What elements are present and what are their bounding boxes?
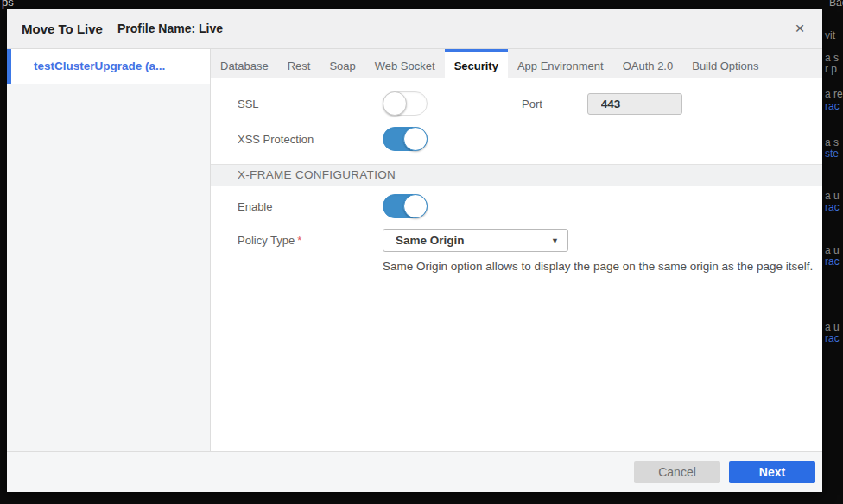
settings-tabbar: DatabaseRestSoapWeb SocketSecurityApp En…	[211, 49, 822, 78]
app-list-sidebar: testClusterUpgrade (a...	[7, 49, 211, 451]
policy-type-label: Policy Type*	[238, 234, 383, 247]
backdrop-text-fragment: a s	[825, 136, 839, 148]
next-button[interactable]: Next	[729, 461, 815, 483]
backdrop-text-fragment: a s	[825, 52, 839, 64]
backdrop-text-fragment: r p	[825, 63, 837, 75]
backdrop-text-fragment: a re	[825, 88, 843, 100]
chevron-down-icon: ▼	[551, 236, 559, 245]
backdrop-text-fragment: a u	[825, 190, 840, 202]
dialog-body: testClusterUpgrade (a... DatabaseRestSoa…	[7, 49, 822, 451]
port-input[interactable]	[587, 93, 682, 115]
backdrop-text-fragment: rac	[825, 201, 840, 213]
xss-protection-toggle[interactable]	[383, 127, 428, 151]
tab-app-environment[interactable]: App Environment	[508, 49, 613, 78]
ssl-label: SSL	[238, 98, 383, 110]
profile-name-label: Profile Name: Live	[117, 22, 223, 35]
xss-protection-label: XSS Protection	[238, 133, 383, 146]
backdrop-text-fragment: rac	[825, 332, 840, 344]
policy-type-selected-value: Same Origin	[396, 234, 551, 247]
tab-rest[interactable]: Rest	[278, 49, 320, 78]
move-to-live-dialog: Move To Live Profile Name: Live × testCl…	[7, 9, 822, 492]
ssl-toggle[interactable]	[383, 91, 428, 116]
policy-type-label-text: Policy Type	[238, 234, 295, 247]
tab-database[interactable]: Database	[211, 49, 278, 78]
backdrop-text-fragment: a u	[825, 244, 840, 256]
settings-panel: DatabaseRestSoapWeb SocketSecurityApp En…	[211, 49, 822, 451]
tab-security[interactable]: Security	[445, 49, 508, 78]
tab-build-options[interactable]: Build Options	[682, 49, 768, 78]
policy-type-helper-text: Same Origin option allows to display the…	[211, 260, 822, 273]
policy-type-select[interactable]: Same Origin ▼	[383, 229, 568, 252]
toggle-knob	[403, 127, 428, 151]
backdrop-text-fragment: a u	[825, 321, 840, 333]
backdrop-text-fragment: rac	[825, 100, 840, 112]
dialog-header: Move To Live Profile Name: Live ×	[7, 9, 822, 49]
dialog-title: Move To Live	[22, 22, 103, 36]
backdrop-text-fragment: ps	[2, 0, 14, 9]
xframe-enable-toggle[interactable]	[383, 194, 428, 218]
tab-web-socket[interactable]: Web Socket	[365, 49, 445, 78]
toggle-knob	[403, 194, 428, 218]
backdrop-text-fragment: Bac	[829, 0, 843, 9]
port-label: Port	[522, 98, 542, 110]
backdrop-text-fragment: rac	[825, 255, 840, 268]
security-tab-content: SSL Port XSS Protection X-FRAME CONFIGUR…	[211, 78, 822, 451]
tab-soap[interactable]: Soap	[320, 49, 364, 78]
enable-label: Enable	[238, 200, 383, 213]
tab-oauth-2-0[interactable]: OAuth 2.0	[613, 49, 683, 78]
dialog-footer: Cancel Next	[7, 451, 822, 492]
required-asterisk: *	[297, 234, 301, 247]
toggle-knob	[383, 91, 407, 116]
backdrop-text-fragment: vit	[825, 29, 835, 41]
backdrop-text-fragment: ste	[825, 148, 839, 160]
xframe-configuration-section-header: X-FRAME CONFIGURATION	[211, 164, 822, 186]
close-icon[interactable]: ×	[789, 18, 810, 39]
cancel-button[interactable]: Cancel	[634, 461, 720, 483]
sidebar-item-test-cluster-upgrade[interactable]: testClusterUpgrade (a...	[7, 49, 210, 84]
